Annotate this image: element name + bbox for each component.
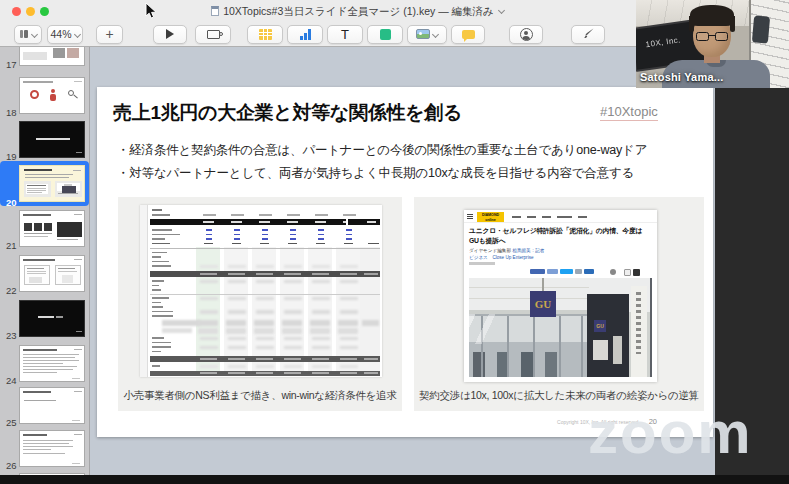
- slide-thumbnail-row-19[interactable]: 19: [0, 121, 89, 165]
- participant-video[interactable]: 10X, Inc. Satoshi Yama...: [636, 0, 789, 88]
- slide-thumbnail[interactable]: [19, 430, 85, 467]
- slide-thumbnail[interactable]: [19, 255, 85, 292]
- print-icon: [610, 269, 616, 275]
- chevron-down-icon: [30, 30, 37, 37]
- table-icon: [259, 29, 272, 40]
- slide-thumbnail[interactable]: [19, 121, 85, 158]
- participant-name-label: Satoshi Yama...: [640, 71, 724, 83]
- slide-thumbnail[interactable]: [19, 165, 85, 202]
- slide-thumbnail[interactable]: [19, 387, 85, 424]
- article-panel: DIAMOND online ユニクロ・セルフレジ特許訴訟「泥沼化」の内情、今度…: [414, 197, 704, 411]
- comment-icon: [462, 30, 475, 39]
- comment-button[interactable]: [451, 25, 485, 44]
- title-bar: 10XTopics#3当日スライド全員マージ (1).key — 編集済み: [0, 0, 715, 22]
- slide-thumbnail-row-22[interactable]: 22: [0, 255, 89, 299]
- gu-sign: GU: [530, 291, 556, 317]
- article-headline: ユニクロ・セルフレジ特許訴訟「泥沼化」の内情、今度はGUも提訴へ: [469, 226, 649, 245]
- fullscreen-window-button[interactable]: [40, 7, 49, 16]
- slide-number: 20: [6, 197, 17, 208]
- font-size-button: [624, 269, 631, 276]
- article-byline: ダイヤモンド編集部 相馬留美：記者: [469, 248, 544, 253]
- slide-title: 売上1兆円の大企業と対等な関係性を創る: [113, 100, 462, 126]
- document-icon: [211, 6, 219, 16]
- close-window-button[interactable]: [12, 7, 21, 16]
- slide-number: 17: [6, 59, 17, 70]
- share-button: [584, 269, 594, 274]
- twitter-share-button: [560, 269, 573, 274]
- slide-thumbnail[interactable]: [19, 300, 85, 337]
- left-panel-caption: 小売事業者側のNS利益まで描き、win-winな経済条件を追求: [118, 389, 402, 403]
- slide-number: 21: [6, 240, 17, 251]
- spreadsheet-panel: 小売事業者側のNS利益まで描き、win-winな経済条件を追求: [118, 197, 402, 411]
- article-nav-item: [527, 216, 536, 219]
- keynote-live-button[interactable]: [195, 25, 231, 44]
- format-brush-icon: [581, 27, 595, 41]
- bullet-2: ・対等なパートナーとして、両者が気持ちよく中長期の10xな成長を目指せる内容で合…: [117, 162, 647, 185]
- share-button: [547, 269, 558, 274]
- article-nav-item: [557, 216, 572, 219]
- slide-bullets: ・経済条件と契約条件の合意は、パートナーとの今後の関係性の重要な土台でありone…: [117, 139, 647, 185]
- news-article-image: DIAMOND online ユニクロ・セルフレジ特許訴訟「泥沼化」の内情、今度…: [464, 210, 657, 382]
- minimize-window-button[interactable]: [26, 7, 35, 16]
- slide-thumbnail-row-27[interactable]: 27: [0, 473, 89, 475]
- slide-hashtag: #10Xtopic: [600, 104, 658, 121]
- slide-thumbnail[interactable]: [19, 345, 85, 382]
- spreadsheet-image: [140, 205, 382, 377]
- chart-button[interactable]: [287, 25, 323, 44]
- collaborate-icon: [520, 28, 533, 41]
- slide-thumbnail-row-23[interactable]: 23: [0, 300, 89, 344]
- slide-thumbnail[interactable]: [19, 210, 85, 247]
- article-nav-item: [512, 216, 521, 219]
- chevron-down-icon: [432, 30, 439, 37]
- table-button[interactable]: [247, 25, 283, 44]
- add-slide-button[interactable]: +: [96, 25, 123, 44]
- slide-number: 22: [6, 285, 17, 296]
- presenter-icon: [207, 30, 220, 39]
- chevron-down-icon: [73, 30, 80, 37]
- slide-thumbnail[interactable]: [19, 47, 85, 66]
- slide-navigator: 1718192021222324252627: [0, 47, 90, 475]
- article-tags: ビジネス Close Up Enterprise: [469, 255, 534, 260]
- article-header: DIAMOND online: [464, 210, 657, 223]
- facebook-share-button: [530, 269, 545, 274]
- gu-storefront-photo: GU GU: [469, 278, 652, 377]
- slide-20: 売上1兆円の大企業と対等な関係性を創る #10Xtopic ・経済条件と契約条件…: [97, 87, 713, 437]
- slide-thumbnail-row-21[interactable]: 21: [0, 210, 89, 254]
- slide-thumbnail-row-24[interactable]: 24: [0, 345, 89, 389]
- office-chair: [752, 15, 770, 43]
- participant-hair: [690, 5, 734, 26]
- collaborate-button[interactable]: [509, 25, 543, 44]
- play-button[interactable]: [153, 25, 187, 44]
- slide-thumbnail[interactable]: [19, 77, 85, 114]
- slide-thumbnail-row-26[interactable]: 26: [0, 430, 89, 474]
- shape-button[interactable]: [367, 25, 403, 44]
- participant-glasses: [696, 32, 728, 41]
- view-button[interactable]: [14, 25, 42, 44]
- share-button: [575, 269, 582, 274]
- chart-icon: [300, 29, 311, 40]
- slide-thumbnail-row-20[interactable]: 20: [0, 165, 89, 209]
- title-chevron-icon[interactable]: [498, 7, 505, 14]
- zoom-watermark: zoom: [588, 398, 753, 467]
- hamburger-menu-icon: [467, 214, 473, 215]
- media-button[interactable]: [407, 25, 447, 44]
- article-date: [469, 262, 495, 265]
- format-button[interactable]: [571, 25, 605, 44]
- slide-number: 23: [6, 330, 17, 341]
- view-icon: [20, 30, 28, 38]
- bullet-1: ・経済条件と契約条件の合意は、パートナーとの今後の関係性の重要な土台でありone…: [117, 139, 647, 162]
- slide-number: 25: [6, 417, 17, 428]
- slide-number: 18: [6, 107, 17, 118]
- slide-number: 26: [6, 460, 17, 471]
- zoom-level-button[interactable]: 44%: [47, 25, 83, 44]
- window-title: 10XTopics#3当日スライド全員マージ (1).key — 編集済み: [0, 0, 715, 23]
- slide-thumbnail[interactable]: [19, 473, 85, 475]
- shape-icon: [380, 29, 391, 40]
- slide-thumbnail-row-25[interactable]: 25: [0, 387, 89, 431]
- slide-thumbnail-row-17[interactable]: 17: [0, 47, 89, 73]
- slide-number: 24: [6, 375, 17, 386]
- diamond-online-logo: DIAMOND online: [477, 212, 504, 222]
- play-icon: [166, 29, 174, 39]
- text-button[interactable]: T: [327, 25, 363, 44]
- slide-thumbnail-row-18[interactable]: 18: [0, 77, 89, 121]
